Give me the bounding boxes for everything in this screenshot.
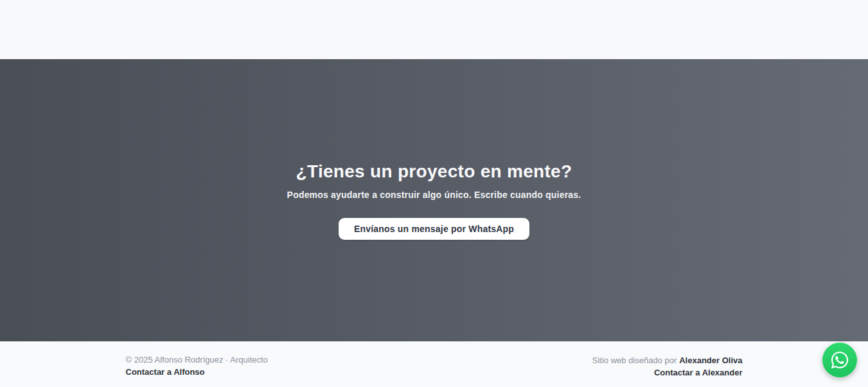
designed-by-line: Sitio web diseñado porAlexander Oliva <box>592 354 743 366</box>
footer-inner: © 2025 Alfonso Rodríguez · Arquitecto Co… <box>126 341 743 379</box>
designer-name: Alexander Oliva <box>679 356 742 365</box>
cta-title: ¿Tienes un proyecto en mente? <box>296 161 572 182</box>
contact-alexander-link[interactable]: Contactar a Alexander <box>654 367 743 379</box>
designed-by-prefix: Sitio web diseñado por <box>592 356 677 365</box>
contact-alfonso-link[interactable]: Contactar a Alfonso <box>126 366 205 378</box>
footer-right-column: Sitio web diseñado porAlexander Oliva Co… <box>592 354 743 379</box>
footer: © 2025 Alfonso Rodríguez · Arquitecto Co… <box>0 341 868 387</box>
footer-left-column: © 2025 Alfonso Rodríguez · Arquitecto Co… <box>126 354 268 379</box>
copyright-text: © 2025 Alfonso Rodríguez · Arquitecto <box>126 354 268 366</box>
page: ¿Tienes un proyecto en mente? Podemos ay… <box>0 0 868 387</box>
top-strip <box>0 0 868 59</box>
whatsapp-floating-button[interactable] <box>822 343 857 377</box>
whatsapp-message-button[interactable]: Envíanos un mensaje por WhatsApp <box>339 218 529 240</box>
cta-subtitle: Podemos ayudarte a construir algo único.… <box>287 190 581 200</box>
cta-section: ¿Tienes un proyecto en mente? Podemos ay… <box>0 59 868 341</box>
whatsapp-icon <box>830 350 849 370</box>
